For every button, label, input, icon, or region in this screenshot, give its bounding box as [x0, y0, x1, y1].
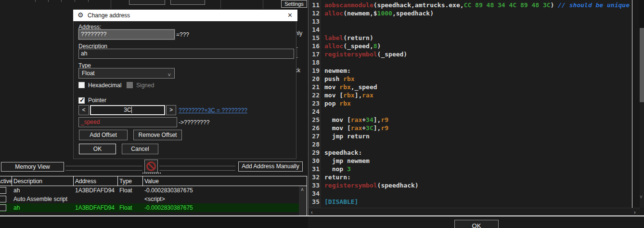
- code-line[interactable]: 30 jmp newmem: [309, 157, 632, 165]
- memory-view-button[interactable]: Memory View: [1, 162, 64, 172]
- active-checkbox[interactable]: [0, 196, 6, 202]
- line-number: 35: [309, 198, 320, 206]
- splitter-line: [65, 166, 142, 166]
- line-number: 31: [309, 165, 320, 173]
- code-line[interactable]: 29speedhack:: [309, 148, 632, 157]
- code-line[interactable]: 18: [309, 58, 632, 67]
- editor-horizontal-scrollbar[interactable]: ‹ ›: [309, 208, 640, 215]
- pointer-address-link[interactable]: ????????+3C = ????????: [179, 107, 247, 114]
- hexadecimal-label: Hexadecimal: [88, 82, 121, 89]
- code-token: newmem:: [324, 67, 351, 74]
- code-line[interactable]: 22mov [rbx],rax: [309, 91, 632, 99]
- code-line[interactable]: 24: [309, 107, 632, 116]
- code-line[interactable]: 16alloc(_speed,8): [309, 42, 632, 50]
- code-line[interactable]: 12alloc(newmem,$1000,speedhack): [309, 9, 632, 17]
- code-token: registersymbol: [324, 182, 377, 189]
- table-border-top: [0, 176, 307, 176]
- active-checkbox[interactable]: [0, 187, 6, 194]
- column-separator[interactable]: [117, 176, 118, 186]
- code-line[interactable]: 34: [309, 189, 632, 198]
- code-token: rax: [362, 92, 373, 99]
- code-token: rbx: [339, 100, 350, 107]
- cheat-engine-icon: ⚙: [77, 11, 84, 19]
- code-token: rbx: [343, 92, 354, 99]
- line-number: 30: [309, 157, 320, 165]
- pointer-checkbox[interactable]: ✓: [78, 97, 85, 104]
- code-line[interactable]: 19newmem:: [309, 67, 632, 75]
- no-entry-button[interactable]: [144, 160, 158, 173]
- column-header-address[interactable]: Address: [75, 177, 96, 186]
- hexadecimal-checkbox[interactable]: [78, 82, 85, 88]
- code-line[interactable]: 20push rbx: [309, 75, 632, 83]
- address-input[interactable]: ????????: [78, 29, 175, 40]
- cell-type: Float: [119, 203, 132, 212]
- type-dropdown[interactable]: Float ˅: [78, 68, 175, 79]
- pointer-base-input[interactable]: _speed: [78, 117, 177, 127]
- offset-input[interactable]: 3C: [90, 105, 165, 115]
- settings-button[interactable]: Settings: [281, 0, 307, 8]
- code-line[interactable]: 15label(return): [309, 34, 632, 42]
- scroll-up-icon[interactable]: ˄: [301, 187, 304, 192]
- description-input[interactable]: ah: [78, 49, 294, 59]
- column-header-active[interactable]: Active: [0, 177, 13, 186]
- add-address-manually-button[interactable]: Add Address Manually: [238, 161, 303, 172]
- scroll-right-icon[interactable]: ›: [634, 209, 636, 215]
- code-line[interactable]: 27 jmp return: [309, 132, 632, 140]
- address-row[interactable]: ah1A3BDFAFD94Float-0.0002830387675: [0, 203, 299, 212]
- code-token: 34: [366, 116, 374, 123]
- scrollbar-thumb[interactable]: [640, 28, 644, 102]
- offset-increase-button[interactable]: >: [166, 105, 176, 115]
- editor-ok-button[interactable]: OK: [454, 220, 499, 228]
- top-button-fragment[interactable]: [129, 0, 165, 5]
- chevron-down-icon[interactable]: ˅: [168, 70, 171, 80]
- code-line[interactable]: 14: [309, 26, 632, 34]
- code-line[interactable]: 28: [309, 140, 632, 148]
- code-token: aobscanmodule: [324, 1, 374, 9]
- line-number: 16: [309, 42, 320, 50]
- code-token: jmp newmem: [324, 157, 370, 164]
- remove-offset-button[interactable]: Remove Offset: [133, 130, 182, 140]
- column-separator[interactable]: [142, 176, 143, 186]
- code-line[interactable]: 13: [309, 17, 632, 26]
- line-number: 32: [309, 173, 320, 181]
- offset-decrease-button[interactable]: <: [78, 105, 89, 115]
- scrollbar-track-top: [640, 0, 644, 28]
- code-line[interactable]: 35[DISABLE]: [309, 198, 632, 206]
- column-header-type[interactable]: Type: [119, 177, 132, 186]
- scroll-down-icon[interactable]: ˅: [640, 194, 643, 200]
- code-token: CC 89 48 34 4C 89 48 3C: [464, 1, 551, 9]
- code-line[interactable]: 33registersymbol(speedhack): [309, 181, 632, 189]
- column-separator[interactable]: [12, 176, 12, 186]
- code-line[interactable]: 25 mov [rax+34],r9: [309, 116, 632, 124]
- address-row[interactable]: Auto Assemble script<script>: [0, 195, 299, 203]
- code-line[interactable]: 31 nop 3: [309, 165, 632, 173]
- column-separator[interactable]: [73, 176, 74, 186]
- ok-button[interactable]: OK: [79, 144, 116, 154]
- top-tick: [48, 0, 49, 2]
- column-header-value[interactable]: Value: [144, 177, 159, 186]
- cancel-button[interactable]: Cancel: [122, 144, 158, 154]
- editor-vertical-scrollbar[interactable]: ˅: [640, 0, 644, 208]
- code-line[interactable]: 32return:: [309, 173, 632, 181]
- address-row[interactable]: ah1A3BDFAFD94Float-0.0002830387675: [0, 186, 299, 195]
- dialog-titlebar[interactable]: ⚙ Change address ✕: [73, 10, 297, 21]
- scroll-left-icon[interactable]: ‹: [311, 209, 313, 215]
- code-token: (speedhack,amtrucks.exe,: [374, 1, 464, 9]
- table-scrollbar[interactable]: ˄: [299, 186, 307, 215]
- active-checkbox[interactable]: [0, 204, 6, 211]
- code-line[interactable]: 21mov rbx,_speed: [309, 83, 632, 91]
- column-header-description[interactable]: Description: [13, 177, 42, 186]
- script-editor[interactable]: 11aobscanmodule(speedhack,amtrucks.exe,C…: [309, 0, 632, 208]
- line-number: 18: [309, 58, 320, 67]
- code-line[interactable]: 11aobscanmodule(speedhack,amtrucks.exe,C…: [309, 1, 632, 9]
- close-icon[interactable]: ✕: [287, 12, 293, 19]
- top-button-fragment[interactable]: [170, 0, 205, 5]
- code-line[interactable]: 17registersymbol(_speed): [309, 50, 632, 58]
- code-token: alloc: [324, 42, 343, 50]
- code-line[interactable]: 26 mov [rax+3C],r9: [309, 124, 632, 132]
- top-divider-fragment: [220, 0, 221, 9]
- code-line[interactable]: 23pop rbx: [309, 99, 632, 107]
- line-number: 15: [309, 34, 320, 42]
- add-offset-button[interactable]: Add Offset: [79, 130, 128, 140]
- splitter-grip[interactable]: [142, 173, 161, 174]
